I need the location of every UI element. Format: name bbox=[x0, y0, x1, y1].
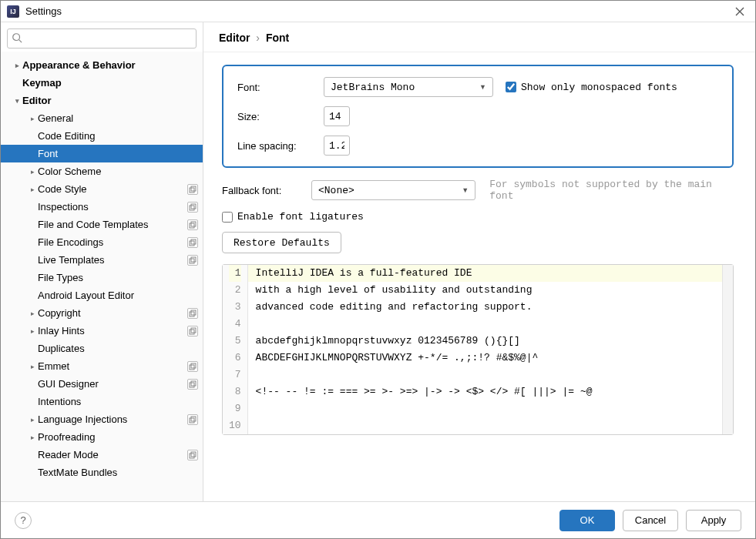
tree-item[interactable]: Duplicates bbox=[1, 340, 203, 357]
tree-item[interactable]: ▸Code Style bbox=[1, 180, 203, 198]
tree-item-label: Editor bbox=[22, 95, 198, 106]
tree-item[interactable]: ▸General bbox=[1, 109, 203, 127]
svg-rect-2 bbox=[190, 188, 194, 192]
svg-rect-17 bbox=[191, 363, 196, 368]
tree-item[interactable]: Code Editing bbox=[1, 127, 203, 145]
tree-item[interactable]: File Encodings bbox=[1, 233, 203, 251]
code-line bbox=[248, 417, 722, 434]
chevron-down-icon: ▾ bbox=[12, 97, 22, 105]
line-number: 7 bbox=[229, 367, 241, 383]
show-monospaced-checkbox[interactable]: Show only monospaced fonts bbox=[506, 82, 677, 93]
tree-item-label: Font bbox=[38, 148, 198, 159]
help-button[interactable]: ? bbox=[15, 512, 32, 529]
svg-rect-7 bbox=[191, 222, 196, 226]
tree-item[interactable]: File and Code Templates bbox=[1, 216, 203, 233]
tree-item[interactable]: GUI Designer bbox=[1, 375, 203, 393]
tree-item[interactable]: Keymap bbox=[1, 74, 203, 92]
chevron-right-icon: ▸ bbox=[27, 416, 38, 424]
tree-item[interactable]: ▸Inlay Hints bbox=[1, 322, 203, 340]
svg-rect-3 bbox=[191, 186, 196, 191]
tree-item[interactable]: ▸Color Scheme bbox=[1, 162, 203, 180]
svg-rect-23 bbox=[191, 452, 196, 457]
code-line: IntelliJ IDEA is a full-featured IDE bbox=[248, 265, 722, 282]
ligatures-input[interactable] bbox=[222, 212, 233, 223]
tree-item-label: TextMate Bundles bbox=[38, 467, 198, 478]
tree-item[interactable]: ▸Emmet bbox=[1, 357, 203, 375]
code-line: abcdefghijklmnopqrstuvwxyz 0123456789 ()… bbox=[248, 333, 722, 350]
scope-badge-icon bbox=[187, 414, 198, 425]
size-input[interactable] bbox=[324, 106, 350, 126]
svg-rect-18 bbox=[190, 383, 194, 387]
code-line bbox=[248, 400, 722, 417]
font-dropdown[interactable]: JetBrains Mono ▼ bbox=[324, 77, 493, 97]
dialog-footer: ? OK Cancel Apply bbox=[1, 501, 755, 538]
scope-badge-icon bbox=[187, 237, 198, 248]
code-line: advanced code editing and refactoring su… bbox=[248, 299, 722, 316]
show-monospaced-input[interactable] bbox=[506, 82, 516, 92]
tree-item[interactable]: Font bbox=[1, 145, 203, 162]
chevron-right-icon: ▸ bbox=[27, 310, 38, 317]
close-button[interactable] bbox=[731, 2, 749, 21]
code-line: with a high level of usability and outst… bbox=[248, 282, 722, 299]
tree-item[interactable]: ▸Language Injections bbox=[1, 410, 203, 428]
tree-item[interactable]: ▸Proofreading bbox=[1, 428, 203, 446]
tree-item[interactable]: Reader Mode bbox=[1, 446, 203, 464]
scope-badge-icon bbox=[187, 219, 198, 230]
scope-badge-icon bbox=[187, 308, 198, 319]
line-number: 3 bbox=[229, 299, 241, 316]
titlebar: IJ Settings bbox=[1, 1, 755, 22]
ok-button[interactable]: OK bbox=[559, 510, 615, 531]
preview-gutter: 12345678910 bbox=[223, 265, 248, 434]
apply-button[interactable]: Apply bbox=[686, 510, 741, 531]
settings-tree[interactable]: ▸Appearance & BehaviorKeymap▾Editor▸Gene… bbox=[1, 52, 203, 501]
line-number: 10 bbox=[229, 417, 241, 434]
restore-defaults-button[interactable]: Restore Defaults bbox=[222, 232, 341, 253]
chevron-right-icon: ▸ bbox=[27, 363, 38, 370]
spacing-input[interactable] bbox=[324, 136, 350, 156]
tree-item[interactable]: ▸Copyright bbox=[1, 304, 203, 322]
tree-item-label: Language Injections bbox=[38, 413, 187, 425]
tree-item-label: File Encodings bbox=[38, 236, 187, 248]
svg-rect-13 bbox=[191, 310, 196, 315]
tree-item-label: Code Editing bbox=[38, 130, 198, 142]
tree-item-label: Keymap bbox=[22, 77, 198, 89]
scope-badge-icon bbox=[187, 450, 198, 460]
tree-item[interactable]: Android Layout Editor bbox=[1, 286, 203, 304]
chevron-down-icon: ▼ bbox=[462, 186, 469, 194]
spacing-label: Line spacing: bbox=[237, 140, 324, 152]
fallback-hint: For symbols not supported by the main fo… bbox=[489, 179, 734, 202]
svg-rect-9 bbox=[191, 239, 196, 244]
tree-item[interactable]: Intentions bbox=[1, 393, 203, 410]
svg-rect-12 bbox=[190, 312, 194, 316]
breadcrumb-root[interactable]: Editor bbox=[219, 32, 250, 44]
tree-item[interactable]: File Types bbox=[1, 269, 203, 286]
window-title: Settings bbox=[25, 5, 731, 17]
fallback-dropdown[interactable]: <None> ▼ bbox=[311, 180, 475, 200]
line-number: 1 bbox=[229, 265, 241, 282]
breadcrumb: Editor › Font bbox=[203, 22, 755, 52]
tree-item[interactable]: ▸Appearance & Behavior bbox=[1, 56, 203, 74]
chevron-right-icon: ▸ bbox=[12, 62, 22, 69]
tree-item[interactable]: ▾Editor bbox=[1, 92, 203, 109]
tree-item-label: Appearance & Behavior bbox=[22, 59, 198, 71]
ligatures-checkbox[interactable]: Enable font ligatures bbox=[222, 211, 364, 223]
line-number: 9 bbox=[229, 400, 241, 417]
tree-item-label: Android Layout Editor bbox=[38, 290, 198, 301]
svg-rect-6 bbox=[190, 223, 194, 228]
tree-item[interactable]: Live Templates bbox=[1, 251, 203, 269]
tree-item[interactable]: Inspections bbox=[1, 198, 203, 216]
chevron-right-icon: ▸ bbox=[27, 434, 38, 441]
line-number: 8 bbox=[229, 383, 241, 400]
tree-item-label: Inlay Hints bbox=[38, 325, 187, 336]
svg-rect-19 bbox=[191, 381, 196, 386]
tree-item-label: Copyright bbox=[38, 307, 187, 319]
cancel-button[interactable]: Cancel bbox=[623, 510, 678, 531]
tree-item-label: File and Code Templates bbox=[38, 219, 187, 230]
code-line bbox=[248, 316, 722, 333]
preview-code[interactable]: IntelliJ IDEA is a full-featured IDEwith… bbox=[248, 265, 722, 434]
scope-badge-icon bbox=[187, 326, 198, 336]
font-preview: 12345678910 IntelliJ IDEA is a full-feat… bbox=[222, 264, 734, 435]
search-input[interactable] bbox=[7, 28, 197, 49]
close-icon bbox=[735, 7, 744, 16]
tree-item[interactable]: TextMate Bundles bbox=[1, 464, 203, 481]
